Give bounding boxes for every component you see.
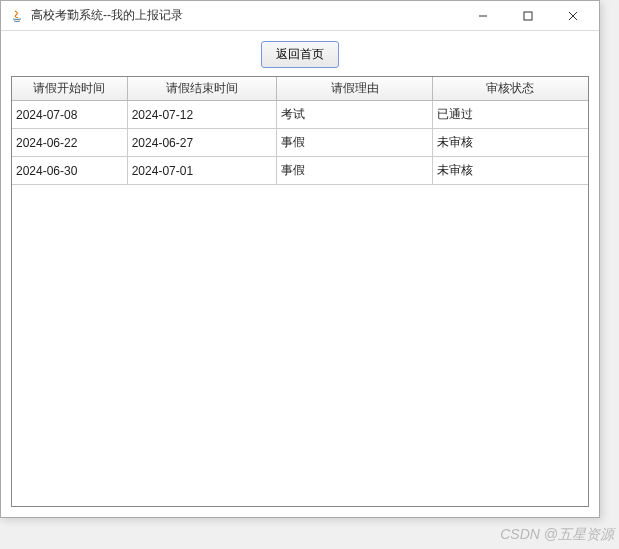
minimize-button[interactable] (460, 2, 505, 30)
table-row[interactable]: 2024-07-082024-07-12考试已通过 (12, 101, 588, 129)
header-end-time[interactable]: 请假结束时间 (127, 77, 277, 101)
header-status[interactable]: 审核状态 (432, 77, 588, 101)
java-icon (9, 8, 25, 24)
watermark: CSDN @五星资源 (500, 526, 614, 544)
cell-end[interactable]: 2024-06-27 (127, 129, 277, 157)
return-home-button[interactable]: 返回首页 (261, 41, 339, 68)
cell-start[interactable]: 2024-07-08 (12, 101, 127, 129)
window-title: 高校考勤系统--我的上报记录 (31, 7, 460, 24)
cell-start[interactable]: 2024-06-22 (12, 129, 127, 157)
cell-status[interactable]: 已通过 (432, 101, 588, 129)
table-row[interactable]: 2024-06-222024-06-27事假未审核 (12, 129, 588, 157)
header-start-time[interactable]: 请假开始时间 (12, 77, 127, 101)
table-row[interactable]: 2024-06-302024-07-01事假未审核 (12, 157, 588, 185)
titlebar: 高校考勤系统--我的上报记录 (1, 1, 599, 31)
cell-status[interactable]: 未审核 (432, 157, 588, 185)
cell-start[interactable]: 2024-06-30 (12, 157, 127, 185)
close-button[interactable] (550, 2, 595, 30)
header-reason[interactable]: 请假理由 (277, 77, 433, 101)
content-area: 返回首页 请假开始时间 请假结束时间 请假理由 审核状态 (1, 31, 599, 517)
maximize-button[interactable] (505, 2, 550, 30)
table-header-row: 请假开始时间 请假结束时间 请假理由 审核状态 (12, 77, 588, 101)
toolbar: 返回首页 (11, 41, 589, 68)
cell-reason[interactable]: 事假 (277, 129, 433, 157)
cell-status[interactable]: 未审核 (432, 129, 588, 157)
cell-reason[interactable]: 考试 (277, 101, 433, 129)
cell-reason[interactable]: 事假 (277, 157, 433, 185)
app-window: 高校考勤系统--我的上报记录 返回首页 (0, 0, 600, 518)
window-controls (460, 2, 595, 30)
table-container: 请假开始时间 请假结束时间 请假理由 审核状态 2024-07-082024-0… (11, 76, 589, 507)
svg-rect-1 (524, 12, 532, 20)
cell-end[interactable]: 2024-07-12 (127, 101, 277, 129)
leave-records-table: 请假开始时间 请假结束时间 请假理由 审核状态 2024-07-082024-0… (12, 77, 588, 185)
cell-end[interactable]: 2024-07-01 (127, 157, 277, 185)
